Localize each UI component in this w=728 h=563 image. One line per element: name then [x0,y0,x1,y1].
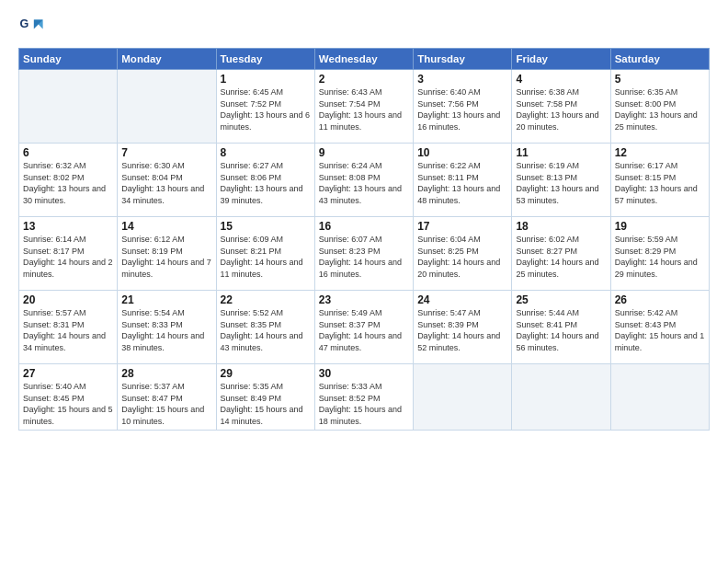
calendar-cell: 9Sunrise: 6:24 AM Sunset: 8:08 PM Daylig… [314,144,413,217]
page: G SundayMondayTuesdayWednesdayThursdayFr… [0,0,728,563]
day-info: Sunrise: 6:09 AM Sunset: 8:21 PM Dayligh… [221,234,311,280]
day-info: Sunrise: 6:32 AM Sunset: 8:02 PM Dayligh… [23,160,113,206]
day-number: 14 [121,220,211,233]
weekday-header-tuesday: Tuesday [216,49,314,70]
svg-text:G: G [19,17,28,30]
calendar-cell: 30Sunrise: 5:33 AM Sunset: 8:52 PM Dayli… [314,364,413,431]
day-number: 23 [319,293,409,306]
day-number: 17 [417,220,507,233]
calendar-cell: 6Sunrise: 6:32 AM Sunset: 8:02 PM Daylig… [19,144,118,217]
calendar-cell: 13Sunrise: 6:14 AM Sunset: 8:17 PM Dayli… [19,217,118,291]
day-info: Sunrise: 5:33 AM Sunset: 8:52 PM Dayligh… [319,381,409,427]
day-info: Sunrise: 6:45 AM Sunset: 7:52 PM Dayligh… [221,86,311,132]
day-number: 8 [221,146,311,159]
day-number: 25 [516,293,606,306]
day-info: Sunrise: 6:30 AM Sunset: 8:04 PM Dayligh… [121,160,211,206]
day-info: Sunrise: 5:52 AM Sunset: 8:35 PM Dayligh… [221,307,311,353]
weekday-header-sunday: Sunday [19,49,118,70]
calendar-cell: 24Sunrise: 5:47 AM Sunset: 8:39 PM Dayli… [414,291,512,364]
calendar-cell: 11Sunrise: 6:19 AM Sunset: 8:13 PM Dayli… [512,144,610,217]
calendar: SundayMondayTuesdayWednesdayThursdayFrid… [18,48,710,431]
day-number: 7 [121,146,211,159]
day-number: 10 [417,146,507,159]
calendar-cell [118,70,216,144]
calendar-cell: 22Sunrise: 5:52 AM Sunset: 8:35 PM Dayli… [216,291,314,364]
day-info: Sunrise: 6:24 AM Sunset: 8:08 PM Dayligh… [319,160,409,206]
calendar-week-4: 20Sunrise: 5:57 AM Sunset: 8:31 PM Dayli… [19,291,710,364]
day-info: Sunrise: 6:04 AM Sunset: 8:25 PM Dayligh… [417,234,507,280]
weekday-header-friday: Friday [512,49,610,70]
calendar-cell: 5Sunrise: 6:35 AM Sunset: 8:00 PM Daylig… [610,70,709,144]
header: G [18,15,710,40]
calendar-cell: 28Sunrise: 5:37 AM Sunset: 8:47 PM Dayli… [118,364,216,431]
day-number: 9 [319,146,409,159]
day-info: Sunrise: 5:37 AM Sunset: 8:47 PM Dayligh… [121,381,211,427]
calendar-cell: 4Sunrise: 6:38 AM Sunset: 7:58 PM Daylig… [512,70,610,144]
calendar-cell: 29Sunrise: 5:35 AM Sunset: 8:49 PM Dayli… [216,364,314,431]
calendar-cell: 23Sunrise: 5:49 AM Sunset: 8:37 PM Dayli… [314,291,413,364]
day-info: Sunrise: 6:27 AM Sunset: 8:06 PM Dayligh… [221,160,311,206]
day-number: 27 [23,367,113,380]
calendar-cell: 15Sunrise: 6:09 AM Sunset: 8:21 PM Dayli… [216,217,314,291]
day-number: 13 [23,220,113,233]
logo-icon: G [18,15,44,40]
day-number: 11 [516,146,606,159]
weekday-header-wednesday: Wednesday [314,49,413,70]
day-number: 22 [221,293,311,306]
day-info: Sunrise: 6:07 AM Sunset: 8:23 PM Dayligh… [319,234,409,280]
day-number: 18 [516,220,606,233]
day-number: 26 [615,293,705,306]
calendar-cell [610,364,709,431]
day-info: Sunrise: 6:35 AM Sunset: 8:00 PM Dayligh… [615,86,705,132]
day-number: 16 [319,220,409,233]
calendar-week-3: 13Sunrise: 6:14 AM Sunset: 8:17 PM Dayli… [19,217,710,291]
day-info: Sunrise: 6:19 AM Sunset: 8:13 PM Dayligh… [516,160,606,206]
day-info: Sunrise: 5:40 AM Sunset: 8:45 PM Dayligh… [23,381,113,427]
day-info: Sunrise: 6:17 AM Sunset: 8:15 PM Dayligh… [615,160,705,206]
calendar-cell: 10Sunrise: 6:22 AM Sunset: 8:11 PM Dayli… [414,144,512,217]
calendar-cell: 7Sunrise: 6:30 AM Sunset: 8:04 PM Daylig… [118,144,216,217]
day-info: Sunrise: 6:40 AM Sunset: 7:56 PM Dayligh… [417,86,507,132]
calendar-cell: 27Sunrise: 5:40 AM Sunset: 8:45 PM Dayli… [19,364,118,431]
day-number: 28 [121,367,211,380]
day-number: 5 [615,73,705,86]
day-info: Sunrise: 6:22 AM Sunset: 8:11 PM Dayligh… [417,160,507,206]
day-number: 2 [319,73,409,86]
day-info: Sunrise: 6:12 AM Sunset: 8:19 PM Dayligh… [121,234,211,280]
day-info: Sunrise: 5:47 AM Sunset: 8:39 PM Dayligh… [417,307,507,353]
day-number: 15 [221,220,311,233]
calendar-cell: 2Sunrise: 6:43 AM Sunset: 7:54 PM Daylig… [314,70,413,144]
calendar-cell: 3Sunrise: 6:40 AM Sunset: 7:56 PM Daylig… [414,70,512,144]
day-number: 12 [615,146,705,159]
day-number: 30 [319,367,409,380]
day-number: 4 [516,73,606,86]
day-info: Sunrise: 5:44 AM Sunset: 8:41 PM Dayligh… [516,307,606,353]
weekday-header-thursday: Thursday [414,49,512,70]
day-info: Sunrise: 5:59 AM Sunset: 8:29 PM Dayligh… [615,234,705,280]
calendar-cell: 26Sunrise: 5:42 AM Sunset: 8:43 PM Dayli… [610,291,709,364]
calendar-cell: 17Sunrise: 6:04 AM Sunset: 8:25 PM Dayli… [414,217,512,291]
day-info: Sunrise: 5:42 AM Sunset: 8:43 PM Dayligh… [615,307,705,353]
day-info: Sunrise: 6:02 AM Sunset: 8:27 PM Dayligh… [516,234,606,280]
day-info: Sunrise: 5:49 AM Sunset: 8:37 PM Dayligh… [319,307,409,353]
calendar-cell: 1Sunrise: 6:45 AM Sunset: 7:52 PM Daylig… [216,70,314,144]
day-number: 20 [23,293,113,306]
calendar-cell: 19Sunrise: 5:59 AM Sunset: 8:29 PM Dayli… [610,217,709,291]
calendar-cell: 20Sunrise: 5:57 AM Sunset: 8:31 PM Dayli… [19,291,118,364]
calendar-cell: 8Sunrise: 6:27 AM Sunset: 8:06 PM Daylig… [216,144,314,217]
day-number: 1 [221,73,311,86]
day-info: Sunrise: 6:43 AM Sunset: 7:54 PM Dayligh… [319,86,409,132]
day-number: 19 [615,220,705,233]
calendar-cell [19,70,118,144]
calendar-cell [414,364,512,431]
calendar-cell: 14Sunrise: 6:12 AM Sunset: 8:19 PM Dayli… [118,217,216,291]
day-info: Sunrise: 5:35 AM Sunset: 8:49 PM Dayligh… [221,381,311,427]
day-number: 29 [221,367,311,380]
day-info: Sunrise: 5:54 AM Sunset: 8:33 PM Dayligh… [121,307,211,353]
day-number: 3 [417,73,507,86]
calendar-cell: 12Sunrise: 6:17 AM Sunset: 8:15 PM Dayli… [610,144,709,217]
calendar-week-5: 27Sunrise: 5:40 AM Sunset: 8:45 PM Dayli… [19,364,710,431]
day-number: 24 [417,293,507,306]
day-number: 21 [121,293,211,306]
calendar-week-2: 6Sunrise: 6:32 AM Sunset: 8:02 PM Daylig… [19,144,710,217]
